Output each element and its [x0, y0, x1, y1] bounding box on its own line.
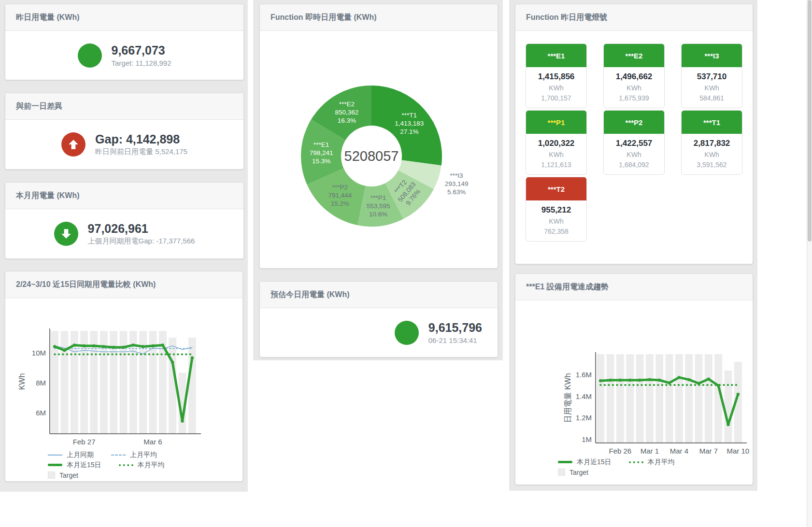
svg-text:5208057: 5208057 — [344, 148, 399, 164]
light-tile-t2: ***T2 955,212 KWh 762,358 — [526, 177, 587, 242]
tile-value: 537,710 — [683, 72, 741, 82]
card-title: 2/24~3/10 近15日同期用電量比較 (KWh) — [5, 271, 242, 298]
e1-trend-legend: 本月近15日本月平均Target — [515, 458, 753, 476]
light-tile-e1: ***E1 1,415,856 KWh 1,700,157 — [526, 43, 587, 108]
tile-unit: KWh — [527, 151, 585, 158]
realtime-usage-donut-chart: ***T11,413,18327.1%***I3293,1495.63%***T… — [260, 31, 498, 267]
svg-text:Mar 4: Mar 4 — [670, 447, 688, 455]
gap-prev-day-card: 與前一日差異 Gap: 4,142,898 昨日與前日用電量 5,524,175 — [5, 93, 244, 170]
vertical-scrollbar-track[interactable] — [807, 0, 812, 527]
tile-value: 1,422,557 — [605, 139, 663, 148]
month-usage-gap: 上個月同期用電Gap: -17,377,566 — [88, 237, 195, 246]
card-title: Function 即時日用電量 (KWh) — [260, 4, 498, 31]
svg-text:Mar 10: Mar 10 — [727, 447, 749, 455]
legend-item: Target — [558, 469, 588, 476]
light-tile-e2: ***E2 1,496,662 KWh 1,675,939 — [603, 43, 665, 108]
tile-label: ***E1 — [526, 44, 586, 67]
tile-unit: KWh — [605, 84, 663, 92]
svg-text:Mar 6: Mar 6 — [143, 438, 162, 446]
card-title: 昨日用電量 (KWh) — [5, 4, 243, 31]
svg-text:Mar 7: Mar 7 — [699, 447, 718, 455]
svg-text:Feb 26: Feb 26 — [609, 447, 631, 455]
tile-value: 955,212 — [527, 205, 585, 215]
legend-item: 上月同期 — [48, 451, 94, 459]
svg-text:8M: 8M — [36, 379, 46, 387]
month-usage-body: 97,026,961 上個月同期用電Gap: -17,377,566 — [5, 209, 243, 258]
compare-15day-chart-card: 2/24~3/10 近15日同期用電量比較 (KWh) 6M8M10MKWhFe… — [5, 271, 243, 482]
tile-target: 584,861 — [683, 94, 741, 102]
tile-label: ***I3 — [682, 44, 742, 67]
tile-target: 3,591,562 — [683, 161, 741, 169]
svg-text:1.6M: 1.6M — [576, 370, 592, 379]
dashboard-page: { "colors": { "green": "#2f9e33", "red":… — [0, 0, 812, 527]
legend-item: 上月平均 — [111, 451, 157, 459]
svg-text:KWh: KWh — [18, 373, 26, 390]
tile-unit: KWh — [527, 84, 585, 92]
arrow-up-icon — [61, 132, 85, 157]
month-usage-value: 97,026,961 — [88, 222, 195, 236]
tile-label: ***P1 — [526, 111, 586, 134]
e1-trend-chart-card: ***E1 設備用電達成趨勢 1M1.2M1.4M1.6M日用電量 KWhFeb… — [515, 273, 753, 485]
tile-unit: KWh — [683, 84, 741, 92]
estimate-today-timestamp: 06-21 15:34:41 — [428, 336, 482, 344]
tile-target: 762,358 — [527, 228, 585, 235]
yesterday-usage-card: 昨日用電量 (KWh) 9,667,073 Target: 11,128,992 — [5, 4, 244, 80]
tile-unit: KWh — [683, 151, 741, 158]
status-circle-icon — [395, 321, 419, 345]
yesterday-light-status-card: Function 昨日用電燈號 ***E1 1,415,856 KWh 1,70… — [515, 4, 753, 264]
estimate-today-body: 9,615,796 06-21 15:34:41 — [260, 308, 498, 357]
estimate-today-value: 9,615,796 — [428, 321, 482, 335]
card-title: 本月用電量 (KWh) — [5, 183, 243, 209]
light-tile-t1: ***T1 2,817,832 KWh 3,591,562 — [681, 110, 742, 175]
compare-15day-chart: 6M8M10MKWhFeb 27Mar 6 — [5, 298, 242, 450]
tile-target: 1,121,613 — [527, 161, 585, 169]
tile-target: 1,675,939 — [605, 94, 663, 102]
legend-item: 本月近15日 — [48, 461, 101, 470]
yesterday-usage-body: 9,667,073 Target: 11,128,992 — [5, 31, 243, 80]
svg-text:日用電量 KWh: 日用電量 KWh — [564, 373, 572, 423]
month-usage-card: 本月用電量 (KWh) 97,026,961 上個月同期用電Gap: -17,3… — [5, 182, 244, 259]
card-title: 預估今日用電量 (KWh) — [260, 282, 498, 308]
tile-value: 1,020,322 — [527, 139, 585, 148]
yesterday-usage-value: 9,667,073 — [112, 43, 171, 57]
tile-value: 1,496,662 — [605, 72, 663, 82]
svg-text:10M: 10M — [32, 349, 46, 357]
vertical-scrollbar-thumb[interactable] — [808, 0, 812, 242]
tile-value: 1,415,856 — [527, 72, 585, 82]
card-title: 與前一日差異 — [5, 93, 243, 120]
realtime-usage-donut-card: Function 即時日用電量 (KWh) ***T11,413,18327.1… — [259, 4, 498, 269]
tile-unit: KWh — [527, 217, 585, 225]
gap-prev-day-sub: 昨日與前日用電量 5,524,175 — [95, 147, 187, 157]
status-circle-icon — [78, 43, 102, 68]
tile-unit: KWh — [605, 151, 663, 158]
tile-value: 2,817,832 — [683, 139, 741, 148]
gap-prev-day-value: Gap: 4,142,898 — [95, 132, 187, 146]
card-title: ***E1 設備用電達成趨勢 — [515, 274, 753, 300]
svg-text:1.2M: 1.2M — [576, 413, 592, 422]
yesterday-usage-target: Target: 11,128,992 — [112, 59, 171, 67]
card-title: Function 昨日用電燈號 — [515, 4, 753, 31]
tile-target: 1,700,157 — [527, 94, 585, 102]
svg-text:1.4M: 1.4M — [576, 392, 592, 400]
svg-text:Feb 27: Feb 27 — [73, 438, 96, 446]
light-tile-p2: ***P2 1,422,557 KWh 1,684,092 — [603, 110, 665, 175]
legend-item: 本月近15日 — [558, 458, 612, 467]
tile-label: ***T2 — [526, 177, 586, 200]
tile-label: ***E2 — [604, 44, 664, 67]
e1-trend-chart: 1M1.2M1.4M1.6M日用電量 KWhFeb 26Mar 1Mar 4Ma… — [515, 300, 753, 457]
svg-text:Mar 1: Mar 1 — [641, 447, 659, 455]
legend-item: 本月平均 — [119, 461, 165, 470]
legend-item: Target — [48, 471, 78, 479]
tile-label: ***P2 — [604, 111, 664, 134]
light-tile-p1: ***P1 1,020,322 KWh 1,121,613 — [526, 110, 587, 175]
light-tiles-grid: ***E1 1,415,856 KWh 1,700,157 ***E2 1,49… — [515, 31, 753, 242]
tile-label: ***T1 — [682, 111, 742, 134]
compare-15day-legend: 上月同期上月平均本月近15日本月平均Target — [5, 451, 242, 479]
gap-prev-day-body: Gap: 4,142,898 昨日與前日用電量 5,524,175 — [5, 120, 243, 169]
estimate-today-card: 預估今日用電量 (KWh) 9,615,796 06-21 15:34:41 — [259, 281, 498, 357]
light-tile-i3: ***I3 537,710 KWh 584,861 — [681, 43, 742, 108]
legend-item: 本月平均 — [629, 458, 675, 467]
svg-text:***I3293,1495.63%: ***I3293,1495.63% — [445, 172, 469, 196]
tile-target: 1,684,092 — [605, 161, 663, 169]
svg-text:1M: 1M — [582, 435, 592, 443]
